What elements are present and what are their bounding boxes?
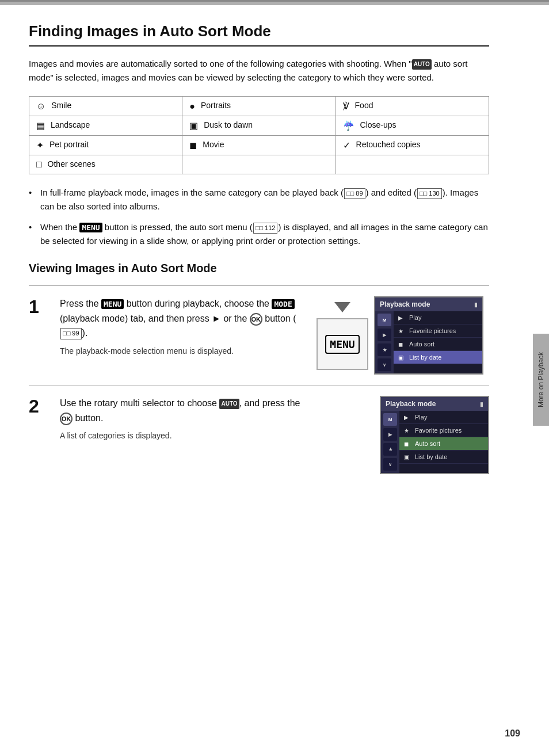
step-1-title: Press the MENU button during playback, c…: [60, 296, 311, 341]
battery-icon: ▮: [474, 301, 478, 308]
fav-icon: ★: [398, 328, 406, 334]
step-1-number: 1: [29, 296, 52, 316]
auto-icon: AUTO: [412, 59, 432, 70]
auto-icon-2: AUTO: [219, 399, 239, 409]
ok-button-inline: OK: [250, 313, 262, 326]
step-1-content: Press the MENU button during playback, c…: [60, 296, 317, 357]
play-label-2: Play: [415, 414, 427, 421]
category-table: ☺ Smile ● Portraits ℣ Food ▤ Landscape: [29, 96, 489, 174]
side-tab-text: More on Playback: [537, 352, 545, 407]
fav-tab-2[interactable]: ★: [383, 443, 397, 456]
step-1-images: MENU Playback mode ▮ M ▶ ★ ∨: [317, 296, 489, 375]
menu-btn-display: MENU: [325, 335, 359, 354]
table-cell: ✓ Retouched copies: [336, 136, 489, 155]
list-date-icon-2: ▣: [404, 454, 412, 460]
table-row: ☺ Smile ● Portraits ℣ Food: [29, 97, 489, 116]
list-date-item[interactable]: ▣ List by date: [394, 351, 482, 364]
fav-icon-2: ★: [404, 427, 412, 434]
table-row: ✦ Pet portrait ◼ Movie ✓ Retouched copie…: [29, 136, 489, 155]
menu-button-box: MENU: [317, 318, 368, 370]
page-number: 109: [505, 728, 520, 739]
landscape-label: Landscape: [51, 120, 90, 129]
table-cell: ● Portraits: [182, 97, 336, 116]
table-cell-empty: [182, 155, 336, 174]
intro-text: Images and movies are automatically sort…: [29, 57, 489, 85]
battery-icon-2: ▮: [480, 401, 483, 407]
list-tab[interactable]: ∨: [378, 358, 391, 371]
closeups-label: Close-ups: [360, 120, 396, 129]
playback-mode-title-2: Playback mode: [386, 400, 436, 408]
step-2-title: Use the rotary multi selector to choose …: [60, 396, 311, 425]
table-cell: ☔ Close-ups: [336, 116, 489, 136]
arrow-down-icon: [334, 302, 350, 312]
mode-tab[interactable]: M: [378, 314, 391, 326]
step-1: 1 Press the MENU button during playback,…: [29, 285, 489, 385]
table-cell: □ Other scenes: [29, 155, 182, 174]
auto-sort-label: Auto sort: [409, 341, 434, 348]
other-label: Other scenes: [48, 159, 96, 169]
playback-items-1: ▶ Play ★ Favorite pictures ◼ Auto sort: [394, 311, 482, 373]
playback-tabs: M ▶ ★ ∨: [375, 311, 394, 373]
list-item: In full-frame playback mode, images in t…: [29, 186, 489, 213]
fav-label-2: Favorite pictures: [415, 427, 462, 434]
auto-sort-item[interactable]: ◼ Auto sort: [394, 338, 482, 351]
food-label: Food: [355, 101, 373, 110]
table-cell-empty: [336, 155, 489, 174]
auto-sort-label-2: Auto sort: [415, 440, 440, 447]
playback-panel-header: Playback mode ▮: [375, 297, 482, 311]
playback-sidebar-2: M ▶ ★ ∨ ▶ Play ★ Favori: [381, 411, 488, 473]
list-date-label-2: List by date: [415, 453, 447, 460]
step-1-desc: The playback-mode selection menu is disp…: [60, 345, 311, 357]
play-label: Play: [409, 314, 421, 321]
list-date-item-2[interactable]: ▣ List by date: [399, 450, 488, 464]
step-2: 2 Use the rotary multi selector to choos…: [29, 385, 489, 484]
table-cell: ◼ Movie: [182, 136, 336, 155]
list-date-label: List by date: [409, 354, 441, 361]
playback-sidebar: M ▶ ★ ∨ ▶ Play ★ Favori: [375, 311, 482, 373]
list-item: When the MENU button is pressed, the aut…: [29, 220, 489, 248]
step-2-images: Playback mode ▮ M ▶ ★ ∨ ▶: [317, 396, 489, 474]
portraits-icon: ●: [189, 101, 195, 112]
portraits-label: Portraits: [201, 101, 231, 110]
step-2-number: 2: [29, 396, 52, 415]
list-tab-2[interactable]: ∨: [383, 458, 397, 471]
step-2-desc: A list of categories is displayed.: [60, 430, 311, 442]
book-ref: □□ 99: [60, 328, 82, 339]
play-item-2[interactable]: ▶ Play: [399, 411, 488, 424]
mode-tab-2[interactable]: M: [383, 413, 397, 426]
table-cell: ▣ Dusk to dawn: [182, 116, 336, 136]
auto-sort-icon: ◼: [398, 341, 406, 348]
step-2-content: Use the rotary multi selector to choose …: [60, 396, 317, 442]
ok-button-inline-2: OK: [60, 413, 73, 425]
page-wrapper: Finding Images in Auto Sort Mode Images …: [0, 0, 549, 756]
pet-icon: ✦: [36, 140, 44, 151]
playback-panel-2-header: Playback mode ▮: [381, 397, 488, 411]
closeups-icon: ☔: [343, 120, 354, 131]
movie-icon: ◼: [189, 140, 197, 151]
play-tab[interactable]: ▶: [378, 329, 391, 341]
pet-label: Pet portrait: [49, 140, 89, 149]
play-item[interactable]: ▶ Play: [394, 311, 482, 324]
playback-items-2: ▶ Play ★ Favorite pictures ◼ Auto sort: [399, 411, 488, 473]
fav-item-2[interactable]: ★ Favorite pictures: [399, 424, 488, 437]
fav-item[interactable]: ★ Favorite pictures: [394, 324, 482, 338]
smile-icon: ☺: [36, 101, 45, 112]
bullet-list: In full-frame playback mode, images in t…: [29, 186, 489, 248]
movie-label: Movie: [203, 140, 224, 149]
auto-sort-item-2[interactable]: ◼ Auto sort: [399, 437, 488, 450]
food-icon: ℣: [343, 101, 349, 112]
menu-btn-label: MENU: [101, 299, 124, 309]
menu-button-container: MENU: [317, 302, 368, 370]
play-tab-2[interactable]: ▶: [383, 428, 397, 441]
menu-label: MENU: [79, 223, 102, 232]
table-row: ▤ Landscape ▣ Dusk to dawn ☔ Close-ups: [29, 116, 489, 136]
smile-label: Smile: [51, 101, 71, 110]
retouched-icon: ✓: [343, 140, 350, 151]
side-tab: More on Playback: [533, 334, 549, 426]
page-title: Finding Images in Auto Sort Mode: [29, 22, 489, 47]
book-ref: □□ 130: [417, 188, 442, 200]
fav-tab[interactable]: ★: [378, 343, 391, 356]
table-cell: ☺ Smile: [29, 97, 182, 116]
table-cell: ℣ Food: [336, 97, 489, 116]
retouched-label: Retouched copies: [356, 140, 421, 149]
